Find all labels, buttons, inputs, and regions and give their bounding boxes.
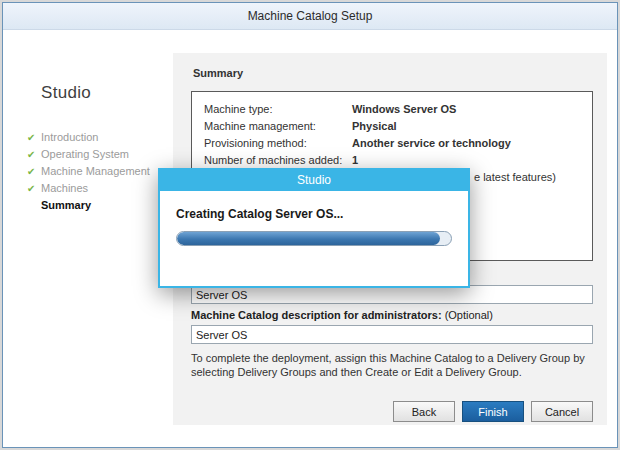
step-summary-current: Summary: [27, 197, 150, 214]
back-button[interactable]: Back: [393, 401, 455, 422]
step-label: Summary: [41, 199, 91, 211]
finish-button[interactable]: Finish: [462, 401, 524, 422]
summary-row: Provisioning method:Another service or t…: [204, 135, 580, 152]
catalog-description-input[interactable]: [191, 325, 593, 344]
studio-logo-text: Studio: [41, 83, 91, 103]
step-machine-management[interactable]: ✔Machine Management: [27, 163, 150, 180]
step-label: Introduction: [41, 131, 98, 143]
step-operating-system[interactable]: ✔Operating System: [27, 146, 150, 163]
summary-row-label: Machine type:: [204, 101, 352, 118]
step-label: Machines: [41, 182, 88, 194]
window-titlebar: Machine Catalog Setup: [3, 3, 617, 30]
wizard-sidebar: Studio ✔Introduction ✔Operating System ✔…: [3, 31, 173, 447]
summary-row-label: Machine management:: [204, 118, 352, 135]
creating-catalog-dialog: Studio Creating Catalog Server OS...: [158, 168, 470, 288]
wizard-buttons: Back Finish Cancel: [393, 401, 593, 422]
summary-row: Machine type:Windows Server OS: [204, 101, 580, 118]
summary-row-value: 1: [352, 154, 358, 166]
deployment-note: To complete the deployment, assign this …: [191, 351, 593, 379]
summary-partial-text: e latest features): [474, 171, 556, 183]
description-label-optional: (Optional): [442, 309, 493, 321]
step-machines[interactable]: ✔Machines: [27, 180, 150, 197]
summary-row-label: Provisioning method:: [204, 135, 352, 152]
check-icon: ✔: [27, 129, 41, 146]
summary-row: Number of machines added:1: [204, 152, 580, 169]
dialog-title: Studio: [297, 173, 331, 187]
summary-row-value: Physical: [352, 120, 397, 132]
step-label: Machine Management: [41, 165, 150, 177]
description-label: Machine Catalog description for administ…: [191, 309, 493, 321]
check-icon: ✔: [27, 180, 41, 197]
progress-bar: [176, 231, 452, 246]
wizard-steps-list: ✔Introduction ✔Operating System ✔Machine…: [27, 129, 150, 214]
cancel-button[interactable]: Cancel: [531, 401, 593, 422]
summary-row-label: Number of machines added:: [204, 152, 352, 169]
summary-row-value: Another service or technology: [352, 137, 511, 149]
dialog-message: Creating Catalog Server OS...: [176, 207, 452, 221]
step-label: Operating System: [41, 148, 129, 160]
progress-fill: [177, 232, 440, 245]
dialog-titlebar: Studio: [160, 170, 468, 191]
check-icon: ✔: [27, 163, 41, 180]
description-label-main: Machine Catalog description for administ…: [191, 309, 442, 321]
summary-row: Machine management:Physical: [204, 118, 580, 135]
step-introduction[interactable]: ✔Introduction: [27, 129, 150, 146]
summary-row-value: Windows Server OS: [352, 103, 456, 115]
machine-catalog-setup-window: Machine Catalog Setup Studio ✔Introducti…: [2, 2, 618, 448]
window-title: Machine Catalog Setup: [248, 9, 373, 23]
check-icon: ✔: [27, 146, 41, 163]
page-title: Summary: [193, 67, 243, 79]
